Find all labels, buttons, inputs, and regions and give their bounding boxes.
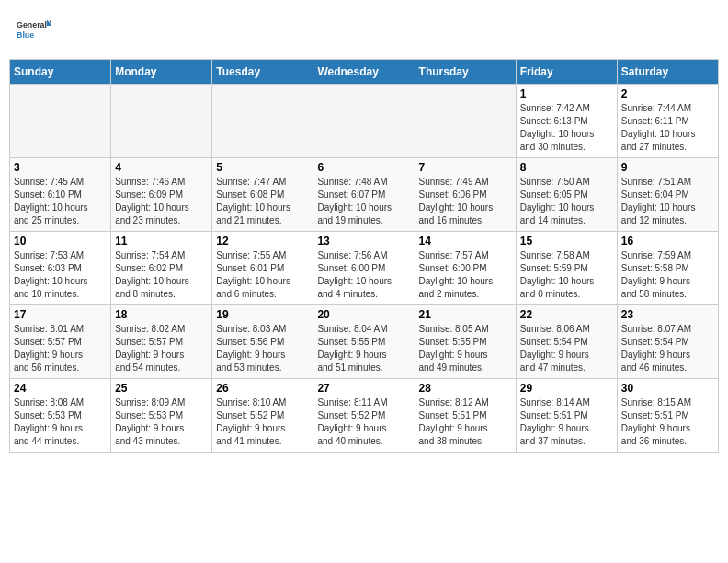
calendar-cell: 27Sunrise: 8:11 AM Sunset: 5:52 PM Dayli… — [313, 379, 415, 453]
day-info: Sunrise: 8:07 AM Sunset: 5:54 PM Dayligh… — [621, 323, 714, 374]
calendar-cell — [313, 85, 415, 158]
calendar-cell: 20Sunrise: 8:04 AM Sunset: 5:55 PM Dayli… — [313, 305, 415, 379]
day-number: 18 — [115, 308, 208, 321]
calendar-cell: 21Sunrise: 8:05 AM Sunset: 5:55 PM Dayli… — [415, 305, 516, 379]
logo: General Blue — [17, 13, 51, 48]
calendar-cell: 19Sunrise: 8:03 AM Sunset: 5:56 PM Dayli… — [212, 305, 313, 379]
calendar-cell — [415, 85, 516, 158]
calendar-cell: 4Sunrise: 7:46 AM Sunset: 6:09 PM Daylig… — [111, 158, 212, 232]
day-number: 8 — [520, 161, 613, 174]
day-info: Sunrise: 8:09 AM Sunset: 5:53 PM Dayligh… — [115, 396, 208, 448]
day-info: Sunrise: 7:44 AM Sunset: 6:11 PM Dayligh… — [621, 102, 714, 154]
svg-text:General: General — [17, 20, 47, 29]
weekday-header-saturday: Saturday — [617, 60, 718, 85]
day-info: Sunrise: 7:46 AM Sunset: 6:09 PM Dayligh… — [115, 176, 208, 227]
page-header: General Blue — [9, 9, 719, 52]
calendar-cell — [212, 85, 313, 158]
day-number: 20 — [317, 308, 410, 321]
day-info: Sunrise: 7:53 AM Sunset: 6:03 PM Dayligh… — [14, 249, 107, 301]
day-info: Sunrise: 8:05 AM Sunset: 5:55 PM Dayligh… — [419, 323, 512, 374]
calendar-cell — [111, 85, 212, 158]
day-number: 1 — [520, 87, 613, 100]
day-number: 29 — [520, 382, 613, 395]
calendar-week-3: 17Sunrise: 8:01 AM Sunset: 5:57 PM Dayli… — [10, 305, 719, 379]
calendar-cell: 28Sunrise: 8:12 AM Sunset: 5:51 PM Dayli… — [415, 379, 516, 453]
day-info: Sunrise: 7:57 AM Sunset: 6:00 PM Dayligh… — [419, 249, 512, 301]
calendar-cell: 11Sunrise: 7:54 AM Sunset: 6:02 PM Dayli… — [111, 232, 212, 305]
calendar-cell — [10, 85, 111, 158]
calendar-week-1: 3Sunrise: 7:45 AM Sunset: 6:10 PM Daylig… — [10, 158, 719, 232]
day-number: 16 — [621, 235, 714, 247]
day-number: 12 — [216, 235, 309, 247]
day-info: Sunrise: 7:47 AM Sunset: 6:08 PM Dayligh… — [216, 176, 309, 227]
day-number: 10 — [14, 235, 107, 247]
day-info: Sunrise: 7:58 AM Sunset: 5:59 PM Dayligh… — [520, 249, 613, 301]
day-number: 13 — [317, 235, 410, 247]
day-info: Sunrise: 8:08 AM Sunset: 5:53 PM Dayligh… — [14, 396, 107, 448]
day-number: 14 — [419, 235, 512, 247]
day-number: 4 — [115, 161, 208, 174]
calendar-cell: 3Sunrise: 7:45 AM Sunset: 6:10 PM Daylig… — [10, 158, 111, 232]
day-number: 27 — [317, 382, 410, 395]
calendar-cell: 14Sunrise: 7:57 AM Sunset: 6:00 PM Dayli… — [415, 232, 516, 305]
day-number: 22 — [520, 308, 613, 321]
calendar-cell: 17Sunrise: 8:01 AM Sunset: 5:57 PM Dayli… — [10, 305, 111, 379]
day-info: Sunrise: 8:06 AM Sunset: 5:54 PM Dayligh… — [520, 323, 613, 374]
calendar-week-4: 24Sunrise: 8:08 AM Sunset: 5:53 PM Dayli… — [10, 379, 719, 453]
calendar-cell: 29Sunrise: 8:14 AM Sunset: 5:51 PM Dayli… — [516, 379, 617, 453]
day-number: 26 — [216, 382, 309, 395]
day-info: Sunrise: 8:01 AM Sunset: 5:57 PM Dayligh… — [14, 323, 107, 374]
day-info: Sunrise: 7:48 AM Sunset: 6:07 PM Dayligh… — [317, 176, 410, 227]
day-info: Sunrise: 7:45 AM Sunset: 6:10 PM Dayligh… — [14, 176, 107, 227]
day-info: Sunrise: 8:02 AM Sunset: 5:57 PM Dayligh… — [115, 323, 208, 374]
calendar-cell: 2Sunrise: 7:44 AM Sunset: 6:11 PM Daylig… — [617, 85, 718, 158]
calendar-cell: 16Sunrise: 7:59 AM Sunset: 5:58 PM Dayli… — [617, 232, 718, 305]
calendar-cell: 5Sunrise: 7:47 AM Sunset: 6:08 PM Daylig… — [212, 158, 313, 232]
calendar-cell: 23Sunrise: 8:07 AM Sunset: 5:54 PM Dayli… — [617, 305, 718, 379]
day-info: Sunrise: 8:04 AM Sunset: 5:55 PM Dayligh… — [317, 323, 410, 374]
day-number: 5 — [216, 161, 309, 174]
calendar-header-row: SundayMondayTuesdayWednesdayThursdayFrid… — [10, 60, 719, 85]
calendar-cell: 22Sunrise: 8:06 AM Sunset: 5:54 PM Dayli… — [516, 305, 617, 379]
day-info: Sunrise: 7:54 AM Sunset: 6:02 PM Dayligh… — [115, 249, 208, 301]
calendar-cell: 9Sunrise: 7:51 AM Sunset: 6:04 PM Daylig… — [617, 158, 718, 232]
day-number: 9 — [621, 161, 714, 174]
weekday-header-tuesday: Tuesday — [212, 60, 313, 85]
weekday-header-wednesday: Wednesday — [313, 60, 415, 85]
day-info: Sunrise: 7:55 AM Sunset: 6:01 PM Dayligh… — [216, 249, 309, 301]
day-info: Sunrise: 8:03 AM Sunset: 5:56 PM Dayligh… — [216, 323, 309, 374]
calendar-table: SundayMondayTuesdayWednesdayThursdayFrid… — [9, 59, 719, 453]
calendar-cell: 8Sunrise: 7:50 AM Sunset: 6:05 PM Daylig… — [516, 158, 617, 232]
day-info: Sunrise: 7:49 AM Sunset: 6:06 PM Dayligh… — [419, 176, 512, 227]
day-number: 24 — [14, 382, 107, 395]
day-info: Sunrise: 8:11 AM Sunset: 5:52 PM Dayligh… — [317, 396, 410, 448]
calendar-cell: 12Sunrise: 7:55 AM Sunset: 6:01 PM Dayli… — [212, 232, 313, 305]
svg-text:Blue: Blue — [17, 30, 34, 40]
day-number: 11 — [115, 235, 208, 247]
day-number: 2 — [621, 87, 714, 100]
calendar-cell: 26Sunrise: 8:10 AM Sunset: 5:52 PM Dayli… — [212, 379, 313, 453]
day-number: 3 — [14, 161, 107, 174]
day-number: 21 — [419, 308, 512, 321]
weekday-header-friday: Friday — [516, 60, 617, 85]
calendar-cell: 10Sunrise: 7:53 AM Sunset: 6:03 PM Dayli… — [10, 232, 111, 305]
day-number: 30 — [621, 382, 714, 395]
day-number: 17 — [14, 308, 107, 321]
day-info: Sunrise: 7:51 AM Sunset: 6:04 PM Dayligh… — [621, 176, 714, 227]
calendar-cell: 25Sunrise: 8:09 AM Sunset: 5:53 PM Dayli… — [111, 379, 212, 453]
day-number: 25 — [115, 382, 208, 395]
logo-svg: General Blue — [17, 13, 51, 48]
weekday-header-sunday: Sunday — [10, 60, 111, 85]
day-number: 7 — [419, 161, 512, 174]
calendar-cell: 1Sunrise: 7:42 AM Sunset: 6:13 PM Daylig… — [516, 85, 617, 158]
day-info: Sunrise: 7:56 AM Sunset: 6:00 PM Dayligh… — [317, 249, 410, 301]
calendar-cell: 30Sunrise: 8:15 AM Sunset: 5:51 PM Dayli… — [617, 379, 718, 453]
day-number: 6 — [317, 161, 410, 174]
day-info: Sunrise: 8:14 AM Sunset: 5:51 PM Dayligh… — [520, 396, 613, 448]
calendar-cell: 18Sunrise: 8:02 AM Sunset: 5:57 PM Dayli… — [111, 305, 212, 379]
day-number: 28 — [419, 382, 512, 395]
calendar-cell: 15Sunrise: 7:58 AM Sunset: 5:59 PM Dayli… — [516, 232, 617, 305]
day-info: Sunrise: 8:12 AM Sunset: 5:51 PM Dayligh… — [419, 396, 512, 448]
day-info: Sunrise: 7:50 AM Sunset: 6:05 PM Dayligh… — [520, 176, 613, 227]
calendar-cell: 6Sunrise: 7:48 AM Sunset: 6:07 PM Daylig… — [313, 158, 415, 232]
